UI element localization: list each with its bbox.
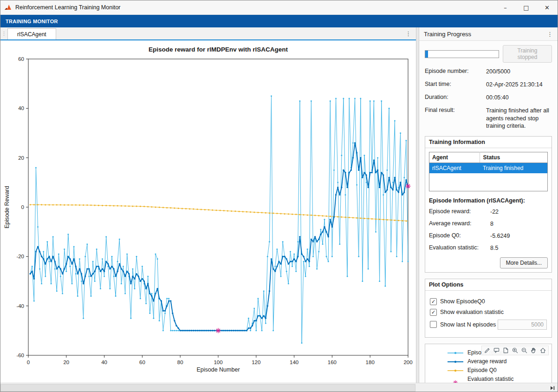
legend-label: Evaluation statistic(MeanEpisodeReward)	[467, 376, 525, 383]
checkbox-2[interactable]: ✓	[430, 309, 437, 316]
svg-text:80: 80	[177, 359, 183, 365]
svg-text:40: 40	[101, 359, 107, 365]
bottom-scrollbar-area	[0, 383, 558, 392]
plot-options-title: Plot Options	[425, 279, 552, 291]
document-panel: ⋮ rlSACAgent ⋮ Episode reward for rlMDPE…	[0, 27, 416, 383]
svg-text:200: 200	[403, 359, 412, 365]
legend-label: Episode Q0	[467, 367, 497, 374]
horizontal-scrollbar[interactable]	[0, 384, 415, 392]
datatip-icon[interactable]	[492, 346, 501, 354]
close-button[interactable]: ✕	[537, 0, 558, 14]
export-icon[interactable]	[501, 346, 510, 354]
svg-text:20: 20	[18, 155, 24, 161]
field-label: Episode reward:	[429, 208, 490, 215]
column-header[interactable]: Agent	[429, 152, 480, 163]
field-value: Training finished after all agents reach…	[486, 107, 552, 131]
svg-text:100: 100	[214, 359, 222, 365]
table-cell: rlSACAgent	[429, 163, 480, 174]
table-cell: Training finished	[480, 163, 548, 174]
expand-panel-icon[interactable]	[550, 385, 555, 391]
svg-text:Episode Reward: Episode Reward	[4, 186, 10, 229]
svg-text:160: 160	[328, 359, 337, 365]
tab-label: rlSACAgent	[17, 31, 46, 38]
agent-status-table-wrap: AgentStatusrlSACAgentTraining finished	[429, 152, 548, 191]
svg-text:40: 40	[18, 105, 24, 111]
document-tabstrip: ⋮ rlSACAgent ⋮	[0, 27, 416, 40]
legend-entry-4[interactable]: Evaluation statistic(MeanEpisodeReward)	[447, 376, 549, 383]
panel-options-kebab-icon[interactable]: ⋮	[547, 31, 553, 38]
field-value: 02-Apr-2025 21:30:14	[486, 81, 543, 89]
checkbox-3[interactable]	[430, 321, 437, 328]
field-label: Average reward:	[429, 220, 490, 227]
ribbon-tab-label: TRAINING MONITOR	[6, 19, 58, 24]
pan-icon[interactable]	[529, 346, 538, 354]
column-header[interactable]: Status	[480, 152, 548, 163]
training-progress-panel: Training Progress ⋮ Training stopped Epi…	[419, 27, 558, 383]
tab-options-kebab-icon[interactable]: ⋮	[405, 30, 411, 37]
titlebar: Reinforcement Learning Training Monitor …	[0, 0, 558, 15]
more-details-button[interactable]: More Details...	[500, 257, 548, 268]
svg-text:140: 140	[290, 359, 298, 365]
field-row: Average reward:8	[429, 220, 548, 228]
plot-option-row: ✓Show EpisodeQ0	[430, 298, 547, 305]
field-label: Evaluation statistic:	[429, 244, 490, 251]
svg-text:Episode Number: Episode Number	[196, 366, 240, 373]
field-value: -5.6249	[490, 232, 510, 240]
agent-status-table: AgentStatusrlSACAgentTraining finished	[429, 152, 548, 191]
field-label: Duration:	[425, 94, 486, 100]
svg-text:Episode reward for rlMDPEnv wi: Episode reward for rlMDPEnv with rlSACAg…	[149, 46, 288, 53]
training-information-title: Training Information	[425, 137, 552, 148]
field-row: Duration:00:05:40	[425, 94, 552, 102]
checkbox-label: Show EpisodeQ0	[440, 298, 485, 305]
panel-header: Training Progress ⋮	[419, 27, 558, 41]
app-window: Reinforcement Learning Training Monitor …	[0, 0, 558, 392]
training-stopped-button[interactable]: Training stopped	[503, 45, 552, 63]
training-plot[interactable]: Episode reward for rlMDPEnv with rlSACAg…	[1, 40, 415, 381]
chart-area[interactable]: Episode reward for rlMDPEnv with rlSACAg…	[0, 40, 416, 383]
svg-text:20: 20	[63, 359, 69, 365]
zoom-in-icon[interactable]	[511, 346, 519, 354]
field-row: Start time:02-Apr-2025 21:30:14	[425, 81, 552, 89]
maximize-button[interactable]: □	[516, 0, 537, 14]
legend: Episode rewardAverage rewardEpisode Q0Ev…	[425, 344, 552, 383]
field-row: Evaluation statistic:8.5	[429, 244, 548, 252]
svg-text:-20: -20	[16, 254, 24, 259]
progress-fields: Episode number:200/5000Start time:02-Apr…	[425, 68, 552, 130]
field-label: Episode number:	[425, 68, 486, 74]
training-progress-bar	[425, 50, 499, 58]
legend-sample	[447, 367, 464, 374]
field-value: -22	[490, 208, 499, 216]
field-value: 8.5	[490, 244, 498, 252]
legend-entry-2[interactable]: Average reward	[447, 358, 549, 366]
zoom-out-icon[interactable]	[520, 346, 529, 354]
plot-option-row: ✓Show evaluation statistic	[430, 309, 547, 316]
checkbox-1[interactable]: ✓	[430, 298, 437, 305]
plot-options-group: Plot Options ✓Show EpisodeQ0✓Show evalua…	[425, 279, 552, 338]
axes-toolbar	[481, 346, 549, 355]
agent-row[interactable]: rlSACAgentTraining finished	[429, 163, 548, 174]
training-information-group: Training Information AgentStatusrlSACAge…	[425, 136, 552, 273]
window-controls: – □ ✕	[495, 0, 558, 14]
plot-option-row: Show last N episodes	[430, 320, 547, 330]
svg-text:-40: -40	[16, 303, 24, 309]
plot-options-rows: ✓Show EpisodeQ0✓Show evaluation statisti…	[425, 291, 552, 337]
home-icon[interactable]	[539, 346, 547, 354]
legend-entry-3[interactable]: Episode Q0	[447, 367, 549, 374]
ribbon-bar: TRAINING MONITOR	[0, 15, 558, 27]
tab-rlsacagent[interactable]: rlSACAgent	[7, 28, 56, 39]
svg-text:0: 0	[27, 359, 30, 365]
legend-sample	[447, 379, 464, 383]
field-label: Episode Q0:	[429, 232, 490, 239]
svg-text:0: 0	[21, 204, 24, 210]
drag-grip-icon[interactable]: ⋮	[0, 27, 7, 39]
svg-text:120: 120	[252, 359, 260, 365]
matlab-logo-icon	[4, 4, 12, 11]
episode-information-fields: Episode reward:-22Average reward:8Episod…	[429, 208, 548, 252]
legend-sample	[447, 349, 464, 357]
brush-icon[interactable]	[483, 346, 492, 354]
minimize-button[interactable]: –	[495, 0, 516, 14]
progress-row: Training stopped	[425, 45, 552, 63]
checkbox-label: Show last N episodes	[440, 321, 496, 328]
field-value: 200/5000	[486, 68, 510, 76]
last-n-episodes-input[interactable]	[498, 320, 547, 330]
